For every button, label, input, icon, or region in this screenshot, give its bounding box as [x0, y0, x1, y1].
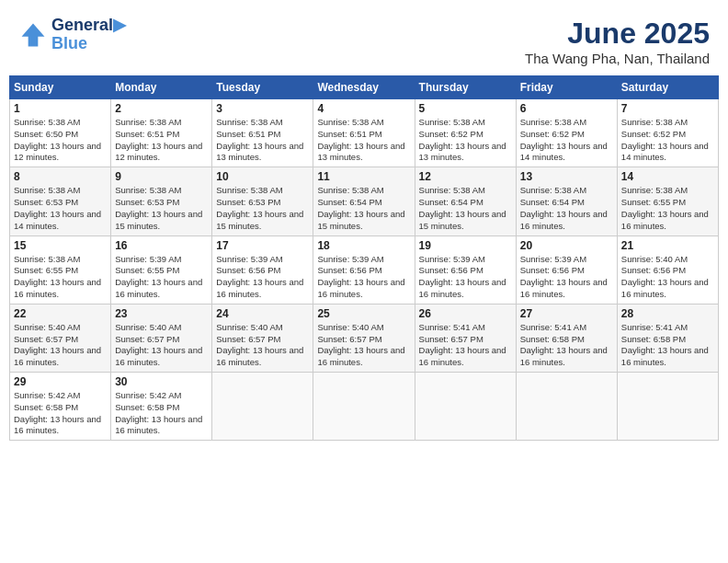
calendar-header-sunday: Sunday: [10, 76, 111, 99]
day-number: 9: [115, 170, 208, 183]
calendar-cell: 25Sunrise: 5:40 AM Sunset: 6:57 PM Dayli…: [313, 304, 415, 372]
cell-details: Sunrise: 5:42 AM Sunset: 6:58 PM Dayligh…: [14, 390, 107, 437]
location-title: Tha Wang Pha, Nan, Thailand: [525, 51, 710, 66]
calendar-cell: 5Sunrise: 5:38 AM Sunset: 6:52 PM Daylig…: [415, 99, 516, 167]
calendar-cell: 20Sunrise: 5:39 AM Sunset: 6:56 PM Dayli…: [516, 236, 617, 304]
cell-details: Sunrise: 5:38 AM Sunset: 6:53 PM Dayligh…: [216, 185, 309, 232]
calendar-cell: 23Sunrise: 5:40 AM Sunset: 6:57 PM Dayli…: [111, 304, 212, 372]
day-number: 5: [419, 102, 512, 115]
cell-details: Sunrise: 5:39 AM Sunset: 6:56 PM Dayligh…: [520, 254, 613, 301]
calendar-cell: 15Sunrise: 5:38 AM Sunset: 6:55 PM Dayli…: [10, 236, 111, 304]
cell-details: Sunrise: 5:40 AM Sunset: 6:57 PM Dayligh…: [14, 322, 107, 369]
logo-icon: [18, 20, 48, 50]
calendar-cell: 16Sunrise: 5:39 AM Sunset: 6:55 PM Dayli…: [111, 236, 212, 304]
page-header: General▶ Blue June 2025 Tha Wang Pha, Na…: [9, 9, 719, 70]
day-number: 29: [14, 375, 107, 388]
calendar-cell: 10Sunrise: 5:38 AM Sunset: 6:53 PM Dayli…: [212, 167, 313, 236]
cell-details: Sunrise: 5:38 AM Sunset: 6:51 PM Dayligh…: [115, 117, 208, 164]
day-number: 20: [520, 239, 613, 252]
calendar-week-row: 15Sunrise: 5:38 AM Sunset: 6:55 PM Dayli…: [10, 236, 719, 304]
cell-details: Sunrise: 5:38 AM Sunset: 6:52 PM Dayligh…: [419, 117, 512, 164]
cell-details: Sunrise: 5:38 AM Sunset: 6:55 PM Dayligh…: [621, 185, 714, 232]
calendar-header-monday: Monday: [111, 76, 212, 99]
calendar-cell: [313, 373, 415, 441]
cell-details: Sunrise: 5:41 AM Sunset: 6:57 PM Dayligh…: [419, 322, 512, 369]
day-number: 7: [621, 102, 714, 115]
day-number: 16: [115, 239, 208, 252]
cell-details: Sunrise: 5:40 AM Sunset: 6:57 PM Dayligh…: [317, 322, 410, 369]
calendar-cell: 1Sunrise: 5:38 AM Sunset: 6:50 PM Daylig…: [10, 99, 111, 167]
calendar-header-friday: Friday: [516, 76, 617, 99]
cell-details: Sunrise: 5:39 AM Sunset: 6:56 PM Dayligh…: [216, 254, 309, 301]
calendar-week-row: 8Sunrise: 5:38 AM Sunset: 6:53 PM Daylig…: [10, 167, 719, 236]
cell-details: Sunrise: 5:39 AM Sunset: 6:56 PM Dayligh…: [419, 254, 512, 301]
calendar-cell: 11Sunrise: 5:38 AM Sunset: 6:54 PM Dayli…: [313, 167, 415, 236]
day-number: 3: [216, 102, 309, 115]
cell-details: Sunrise: 5:38 AM Sunset: 6:50 PM Dayligh…: [14, 117, 107, 164]
cell-details: Sunrise: 5:41 AM Sunset: 6:58 PM Dayligh…: [520, 322, 613, 369]
cell-details: Sunrise: 5:41 AM Sunset: 6:58 PM Dayligh…: [621, 322, 714, 369]
day-number: 1: [14, 102, 107, 115]
calendar-table: SundayMondayTuesdayWednesdayThursdayFrid…: [9, 75, 719, 441]
day-number: 12: [419, 170, 512, 183]
cell-details: Sunrise: 5:40 AM Sunset: 6:56 PM Dayligh…: [621, 254, 714, 301]
calendar-week-row: 1Sunrise: 5:38 AM Sunset: 6:50 PM Daylig…: [10, 99, 719, 167]
calendar-header-row: SundayMondayTuesdayWednesdayThursdayFrid…: [10, 76, 719, 99]
cell-details: Sunrise: 5:40 AM Sunset: 6:57 PM Dayligh…: [115, 322, 208, 369]
day-number: 4: [317, 102, 410, 115]
calendar-cell: 29Sunrise: 5:42 AM Sunset: 6:58 PM Dayli…: [10, 373, 111, 441]
calendar-cell: 26Sunrise: 5:41 AM Sunset: 6:57 PM Dayli…: [415, 304, 516, 372]
day-number: 18: [317, 239, 410, 252]
day-number: 26: [419, 307, 512, 320]
day-number: 14: [621, 170, 714, 183]
calendar-cell: 2Sunrise: 5:38 AM Sunset: 6:51 PM Daylig…: [111, 99, 212, 167]
calendar-cell: 24Sunrise: 5:40 AM Sunset: 6:57 PM Dayli…: [212, 304, 313, 372]
calendar-header-thursday: Thursday: [415, 76, 516, 99]
cell-details: Sunrise: 5:38 AM Sunset: 6:51 PM Dayligh…: [216, 117, 309, 164]
day-number: 27: [520, 307, 613, 320]
cell-details: Sunrise: 5:38 AM Sunset: 6:54 PM Dayligh…: [419, 185, 512, 232]
calendar-header-saturday: Saturday: [617, 76, 718, 99]
day-number: 22: [14, 307, 107, 320]
cell-details: Sunrise: 5:38 AM Sunset: 6:52 PM Dayligh…: [621, 117, 714, 164]
calendar-cell: 17Sunrise: 5:39 AM Sunset: 6:56 PM Dayli…: [212, 236, 313, 304]
calendar-cell: 14Sunrise: 5:38 AM Sunset: 6:55 PM Dayli…: [617, 167, 718, 236]
calendar-header-wednesday: Wednesday: [313, 76, 415, 99]
title-block: June 2025 Tha Wang Pha, Nan, Thailand: [525, 17, 710, 66]
calendar-cell: 27Sunrise: 5:41 AM Sunset: 6:58 PM Dayli…: [516, 304, 617, 372]
day-number: 28: [621, 307, 714, 320]
day-number: 24: [216, 307, 309, 320]
svg-marker-0: [22, 23, 45, 46]
day-number: 2: [115, 102, 208, 115]
logo-text: General▶ Blue: [51, 17, 126, 53]
calendar-cell: 12Sunrise: 5:38 AM Sunset: 6:54 PM Dayli…: [415, 167, 516, 236]
day-number: 11: [317, 170, 410, 183]
calendar-cell: [212, 373, 313, 441]
calendar-cell: 4Sunrise: 5:38 AM Sunset: 6:51 PM Daylig…: [313, 99, 415, 167]
calendar-cell: [516, 373, 617, 441]
cell-details: Sunrise: 5:38 AM Sunset: 6:54 PM Dayligh…: [520, 185, 613, 232]
calendar-cell: 13Sunrise: 5:38 AM Sunset: 6:54 PM Dayli…: [516, 167, 617, 236]
day-number: 10: [216, 170, 309, 183]
day-number: 30: [115, 375, 208, 388]
logo: General▶ Blue: [18, 17, 126, 53]
day-number: 17: [216, 239, 309, 252]
day-number: 8: [14, 170, 107, 183]
day-number: 25: [317, 307, 410, 320]
calendar-cell: 8Sunrise: 5:38 AM Sunset: 6:53 PM Daylig…: [10, 167, 111, 236]
cell-details: Sunrise: 5:39 AM Sunset: 6:56 PM Dayligh…: [317, 254, 410, 301]
calendar-week-row: 29Sunrise: 5:42 AM Sunset: 6:58 PM Dayli…: [10, 373, 719, 441]
cell-details: Sunrise: 5:42 AM Sunset: 6:58 PM Dayligh…: [115, 390, 208, 437]
cell-details: Sunrise: 5:39 AM Sunset: 6:55 PM Dayligh…: [115, 254, 208, 301]
day-number: 23: [115, 307, 208, 320]
day-number: 19: [419, 239, 512, 252]
day-number: 21: [621, 239, 714, 252]
calendar-cell: 3Sunrise: 5:38 AM Sunset: 6:51 PM Daylig…: [212, 99, 313, 167]
calendar-cell: 7Sunrise: 5:38 AM Sunset: 6:52 PM Daylig…: [617, 99, 718, 167]
calendar-cell: 21Sunrise: 5:40 AM Sunset: 6:56 PM Dayli…: [617, 236, 718, 304]
day-number: 13: [520, 170, 613, 183]
cell-details: Sunrise: 5:38 AM Sunset: 6:55 PM Dayligh…: [14, 254, 107, 301]
calendar-cell: 6Sunrise: 5:38 AM Sunset: 6:52 PM Daylig…: [516, 99, 617, 167]
day-number: 6: [520, 102, 613, 115]
cell-details: Sunrise: 5:38 AM Sunset: 6:51 PM Dayligh…: [317, 117, 410, 164]
